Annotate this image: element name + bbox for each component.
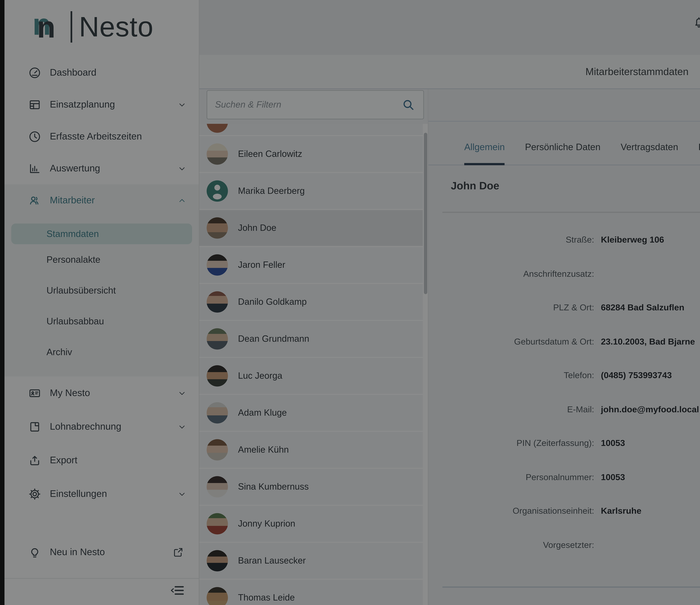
tutorial-dim-overlay xyxy=(0,0,700,605)
app-window: n n Nesto Dashboard Einsatzplanung Erfas… xyxy=(0,0,700,605)
